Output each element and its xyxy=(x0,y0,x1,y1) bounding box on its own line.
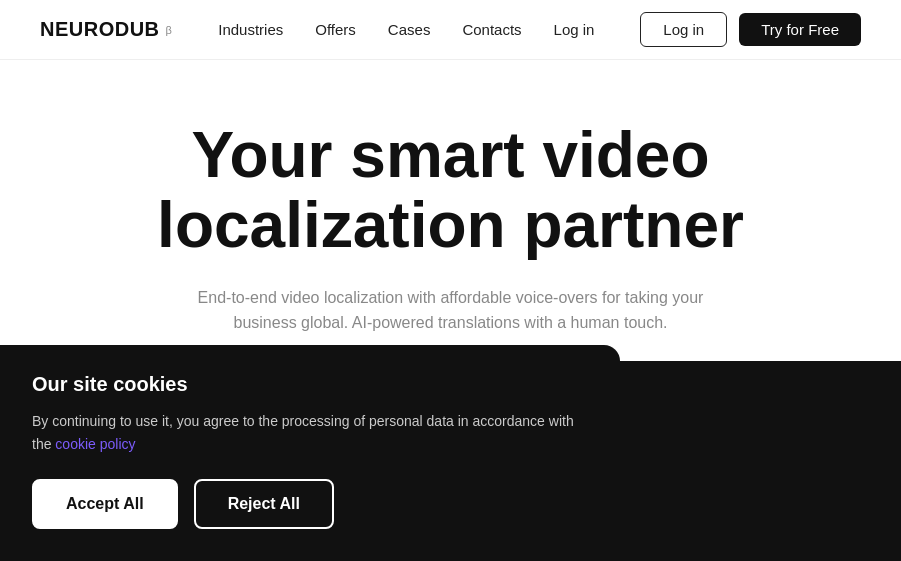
nav-login-link[interactable]: Log in xyxy=(554,21,595,38)
cookie-banner: Our site cookies By continuing to use it… xyxy=(0,345,620,561)
cookie-title: Our site cookies xyxy=(32,373,588,396)
logo-text: NEURODUB xyxy=(40,18,160,41)
beta-badge: β xyxy=(166,24,173,36)
cookie-buttons: Accept All Reject All xyxy=(32,479,588,529)
cookie-text: By continuing to use it, you agree to th… xyxy=(32,410,588,455)
navbar-actions: Log in Try for Free xyxy=(640,12,861,47)
login-button[interactable]: Log in xyxy=(640,12,727,47)
nav-links: Industries Offers Cases Contacts Log in xyxy=(218,21,594,39)
nav-offers[interactable]: Offers xyxy=(315,21,356,38)
hero-title: Your smart video localization partner xyxy=(101,120,801,261)
try-free-button[interactable]: Try for Free xyxy=(739,13,861,46)
reject-all-button[interactable]: Reject All xyxy=(194,479,334,529)
hero-section: Your smart video localization partner En… xyxy=(0,60,901,336)
nav-contacts[interactable]: Contacts xyxy=(462,21,521,38)
logo: NEURODUBβ xyxy=(40,18,172,41)
navbar: NEURODUBβ Industries Offers Cases Contac… xyxy=(0,0,901,60)
nav-industries[interactable]: Industries xyxy=(218,21,283,38)
cookie-policy-link[interactable]: cookie policy xyxy=(55,436,135,452)
accept-all-button[interactable]: Accept All xyxy=(32,479,178,529)
nav-cases[interactable]: Cases xyxy=(388,21,431,38)
hero-subtitle: End-to-end video localization with affor… xyxy=(171,285,731,336)
